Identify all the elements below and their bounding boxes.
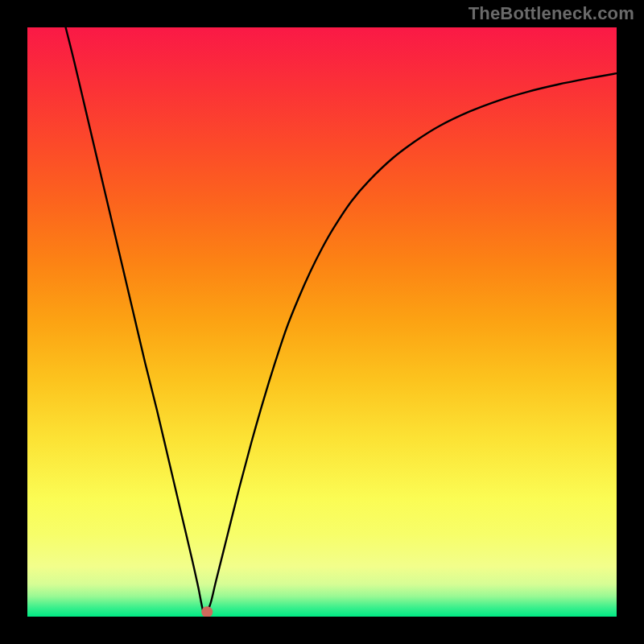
plot-svg <box>27 27 617 617</box>
plot-area <box>27 27 617 617</box>
chart-frame: TheBottleneck.com <box>0 0 644 644</box>
gradient-background <box>27 27 617 617</box>
watermark-text: TheBottleneck.com <box>469 3 634 24</box>
